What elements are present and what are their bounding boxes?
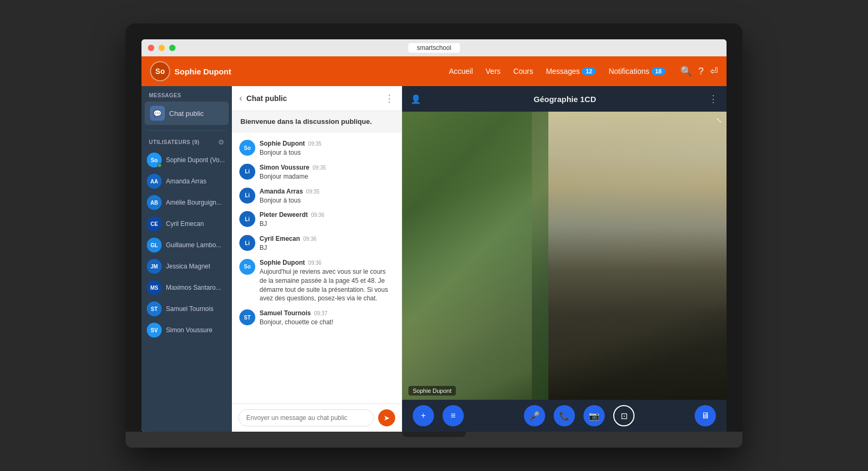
chat-welcome: Bienvenue dans la discussion publique. (232, 111, 402, 132)
nav-links: Accueil Vers Cours Messages 12 Notificat… (449, 67, 665, 75)
chat-input[interactable] (238, 409, 374, 426)
expand-button[interactable]: ⤡ (716, 116, 722, 124)
nav-accueil[interactable]: Accueil (449, 67, 473, 75)
list-item[interactable]: CE Cyril Emecan (141, 213, 232, 234)
notifications-label: Notifications (608, 67, 649, 75)
screen-share-button[interactable]: ⊡ (613, 405, 635, 426)
user-display-name: Sophie Dupont (174, 67, 231, 76)
messages-badge: 12 (582, 68, 596, 75)
message-author: Amanda Arras (260, 188, 303, 195)
chat-panel-header: ‹ Chat public ⋮ (232, 86, 402, 111)
message-author: Pieter Deweerdt (260, 211, 308, 218)
user-name: Simon Voussure (166, 326, 212, 334)
search-icon[interactable]: 🔍 (680, 65, 692, 77)
minimize-dot[interactable] (158, 45, 165, 51)
main-layout: MESSAGES 💬 Chat public UTILISATEURS (9) … (141, 86, 727, 432)
message-header: Cyril Emecan 09:36 (260, 235, 394, 242)
message-header: Amanda Arras 09:35 (260, 188, 394, 195)
chat-public-item[interactable]: 💬 Chat public (145, 102, 229, 125)
url-bar: smartschool (408, 43, 460, 53)
message-avatar: Li (239, 164, 255, 180)
notifications-badge: 18 (652, 68, 665, 75)
user-name: Maximos Santaro... (166, 284, 221, 291)
message-item: ST Samuel Tournois 09:37 Bonjour, chouet… (232, 306, 402, 330)
maximize-dot[interactable] (169, 45, 176, 51)
nav-vers[interactable]: Vers (486, 67, 500, 75)
sidebar-divider (147, 130, 227, 131)
messages-label: Messages (546, 67, 580, 75)
message-author: Sophie Dupont (260, 259, 305, 266)
user-avatar: MS (147, 280, 162, 295)
add-button[interactable]: + (413, 405, 434, 426)
message-content: Samuel Tournois 09:37 Bonjour, chouette … (260, 309, 394, 327)
message-content: Amanda Arras 09:35 Bonjour à tous (260, 188, 394, 205)
list-item[interactable]: So Sophie Dupont (Vo... (141, 149, 232, 171)
titlebar: smartschool (141, 39, 727, 56)
message-text: Bonjour à tous (260, 196, 394, 205)
message-item: Li Cyril Emecan 09:36 BJ (232, 232, 402, 256)
message-avatar: Li (239, 211, 255, 227)
list-item[interactable]: SV Simon Voussure (141, 319, 232, 341)
chat-menu-icon[interactable]: ⋮ (385, 92, 394, 104)
user-name: Jessica Magnet (166, 263, 210, 270)
user-avatar: GL (147, 238, 162, 253)
message-time: 09:36 (303, 236, 316, 242)
message-item: Li Simon Voussure 09:35 Bonjour madame (232, 161, 402, 184)
message-avatar: So (239, 259, 255, 275)
message-text: BJ (260, 243, 394, 253)
messages-list: So Sophie Dupont 09:35 Bonjour à tous Li… (232, 132, 402, 403)
list-button[interactable]: ≡ (443, 405, 464, 426)
message-content: Cyril Emecan 09:36 BJ (260, 235, 394, 253)
logout-icon[interactable]: ⏎ (710, 65, 718, 77)
messages-section-title: MESSAGES (141, 86, 232, 100)
user-avatar: ST (147, 301, 162, 316)
messages-nav[interactable]: Messages 12 (546, 67, 596, 75)
laptop-frame: smartschool So Sophie Dupont Accueil Ver… (126, 23, 742, 448)
microphone-button[interactable]: 🎤 (524, 405, 545, 426)
list-item[interactable]: MS Maximos Santaro... (141, 277, 232, 298)
message-header: Samuel Tournois 09:37 (260, 309, 394, 317)
video-user-icon: 👤 (411, 94, 421, 104)
back-button[interactable]: ‹ (239, 94, 242, 103)
user-name: Guillaume Lambo... (166, 241, 221, 249)
message-text: Bonjour, chouette ce chat! (260, 318, 394, 327)
message-author: Samuel Tournois (260, 309, 311, 317)
send-button[interactable]: ➤ (378, 409, 395, 426)
message-header: Sophie Dupont 09:35 (260, 140, 394, 147)
laptop-screen: smartschool So Sophie Dupont Accueil Ver… (141, 39, 727, 432)
phone-button[interactable]: 📞 (554, 405, 575, 426)
list-item[interactable]: GL Guillaume Lambo... (141, 234, 232, 256)
notifications-nav[interactable]: Notifications 18 (608, 67, 665, 75)
list-item[interactable]: AA Amanda Arras (141, 171, 232, 192)
message-time: 09:36 (308, 260, 321, 266)
user-avatar: SV (147, 323, 162, 338)
video-label: Sophie Dupont (408, 386, 456, 396)
camera-button[interactable]: 📷 (583, 405, 605, 426)
nav-cours[interactable]: Cours (513, 67, 533, 75)
video-background (402, 112, 727, 400)
user-name: Cyril Emecan (166, 220, 204, 228)
help-icon[interactable]: ? (698, 66, 704, 77)
video-header-menu[interactable]: ⋮ (708, 93, 718, 105)
message-content: Sophie Dupont 09:35 Bonjour à tous (260, 140, 394, 157)
message-author: Cyril Emecan (260, 235, 300, 242)
message-item: Li Amanda Arras 09:35 Bonjour à tous (232, 184, 402, 208)
present-button[interactable]: 🖥 (695, 405, 716, 426)
message-text: Bonjour madame (260, 172, 394, 181)
list-item[interactable]: AB Amélie Bourguign... (141, 192, 232, 213)
message-item: So Sophie Dupont 09:35 Bonjour à tous (232, 137, 402, 161)
gear-icon[interactable]: ⚙ (218, 138, 224, 146)
close-dot[interactable] (148, 45, 154, 51)
message-avatar: ST (239, 309, 255, 325)
video-header-title: Géographie 1CD (428, 95, 702, 104)
video-panel: 👤 Géographie 1CD ⋮ Sophie Dupont ⤡ (402, 86, 727, 432)
list-item[interactable]: ST Samuel Tournois (141, 298, 232, 319)
window-title: smartschool (417, 44, 452, 52)
list-item[interactable]: JM Jessica Magnet (141, 256, 232, 277)
user-avatar: AB (147, 195, 162, 210)
user-profile-area[interactable]: So Sophie Dupont (150, 61, 231, 81)
user-name: Amélie Bourguign... (166, 199, 222, 206)
message-content: Sophie Dupont 09:36 Aujourd'hui je revie… (260, 259, 394, 303)
message-time: 09:35 (313, 165, 326, 171)
message-text: BJ (260, 220, 394, 229)
